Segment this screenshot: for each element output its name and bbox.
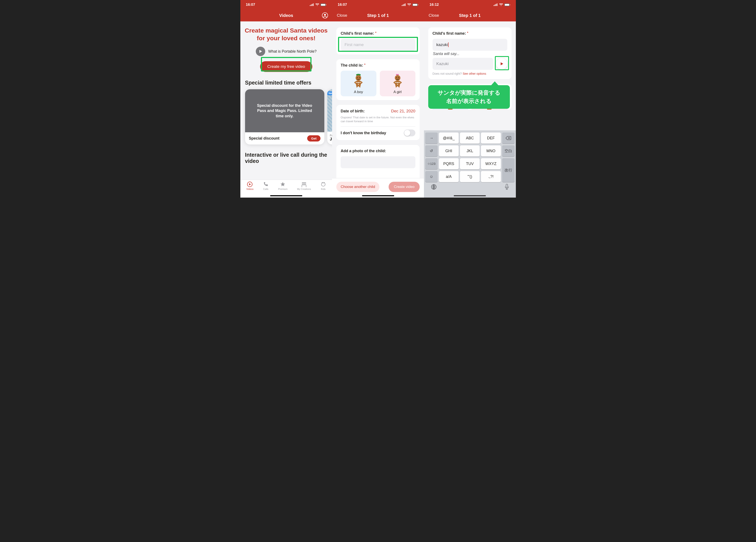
- home-indicator[interactable]: [454, 195, 486, 196]
- svg-point-27: [395, 75, 400, 81]
- peek-title: Ju: [330, 137, 332, 142]
- star-icon: [280, 182, 286, 187]
- home-indicator[interactable]: [270, 195, 302, 196]
- create-video-button[interactable]: Create video: [389, 182, 419, 192]
- svg-rect-32: [494, 5, 494, 6]
- mic-icon: [505, 184, 509, 190]
- dob-value[interactable]: Dec 21, 2020: [391, 109, 415, 114]
- profile-icon: [322, 12, 328, 19]
- key-next[interactable]: →: [425, 133, 438, 144]
- choose-another-child-button[interactable]: Choose another child: [336, 182, 379, 192]
- globe-icon: [431, 184, 437, 190]
- svg-rect-15: [404, 4, 404, 6]
- kids-icon: [320, 182, 326, 187]
- key-return[interactable]: 改行: [502, 158, 515, 182]
- svg-rect-14: [403, 4, 403, 6]
- status-bar: 16:07: [240, 0, 332, 9]
- key-undo[interactable]: ↺: [425, 145, 438, 157]
- photo-slot[interactable]: [341, 156, 415, 168]
- svg-rect-21: [356, 74, 360, 75]
- key-pqrs[interactable]: PQRS: [439, 158, 459, 169]
- highlight-box-cta: [261, 57, 311, 72]
- screen-videos: 16:07 Videos Create magical Santa videos…: [240, 0, 332, 198]
- mic-button[interactable]: [505, 184, 509, 190]
- annotation-bubble: サンタが実際に発音する 名前が表示される: [428, 85, 510, 109]
- key-ghi[interactable]: GHI: [439, 145, 459, 157]
- svg-rect-16: [405, 3, 406, 6]
- nav-bar: Close Step 1 of 1: [332, 9, 424, 21]
- new-badge: New: [327, 91, 332, 95]
- home-indicator[interactable]: [362, 195, 394, 196]
- status-bar: 16:07: [332, 0, 424, 9]
- gender-option-boy[interactable]: A boy: [341, 71, 376, 96]
- status-time: 16:07: [338, 3, 347, 7]
- peek-free-label: Free: [330, 134, 332, 137]
- key-quotes[interactable]: '"(): [460, 171, 480, 182]
- key-punct[interactable]: .,?!: [481, 171, 501, 182]
- svg-rect-42: [506, 184, 508, 188]
- offer-card[interactable]: Special discount for the Video Pass and …: [245, 89, 324, 145]
- wifi-icon: [499, 3, 503, 6]
- tab-my-creations[interactable]: My Creations: [297, 182, 311, 190]
- see-other-options-link[interactable]: See other options: [463, 72, 486, 75]
- key-abc[interactable]: ABC: [460, 133, 480, 144]
- key-emoji[interactable]: ☺: [425, 171, 438, 182]
- key-123[interactable]: ☆123: [425, 158, 438, 169]
- signal-icon: [402, 3, 406, 6]
- svg-rect-37: [505, 4, 509, 6]
- key-symbols[interactable]: @#/&_: [439, 133, 459, 144]
- svg-rect-33: [495, 4, 495, 6]
- tab-premium[interactable]: Premium: [278, 182, 287, 190]
- key-space[interactable]: 空白: [502, 145, 515, 157]
- key-mno[interactable]: MNO: [481, 145, 501, 157]
- svg-rect-12: [302, 185, 306, 187]
- gingerbread-girl-icon: [391, 74, 404, 89]
- screen-step1-filled: 16:12 Close Step 1 of 1 Child's first na…: [424, 0, 516, 198]
- dob-card: Date of birth: Dec 21, 2020 Oopsies! Tha…: [336, 105, 420, 140]
- offer-banner-text: Special discount for the Video Pass and …: [245, 89, 324, 132]
- what-is-row[interactable]: What is Portable North Pole?: [240, 45, 332, 58]
- battery-icon: [320, 3, 326, 6]
- play-button[interactable]: [256, 47, 265, 56]
- key-def[interactable]: DEF: [481, 133, 501, 144]
- offer-get-button[interactable]: Get: [307, 135, 320, 142]
- globe-button[interactable]: [431, 184, 437, 190]
- status-time: 16:07: [246, 3, 255, 7]
- dob-label: Date of birth:: [341, 109, 365, 114]
- svg-rect-11: [302, 184, 306, 184]
- close-button[interactable]: Close: [429, 9, 439, 21]
- close-button[interactable]: Close: [337, 9, 347, 21]
- svg-rect-1: [311, 4, 311, 6]
- key-wxyz[interactable]: WXYZ: [481, 158, 501, 169]
- svg-point-24: [359, 77, 360, 78]
- tab-kids[interactable]: Kids: [320, 182, 326, 190]
- page-title: Step 1 of 1: [367, 13, 389, 18]
- content-area: Child's first name: * The child is: * A …: [332, 21, 424, 198]
- gingerbread-boy-icon: [352, 74, 365, 89]
- profile-button[interactable]: [322, 9, 328, 21]
- offer-title: Special discount: [249, 136, 280, 141]
- key-backspace[interactable]: [502, 133, 515, 144]
- list-icon: [301, 182, 307, 187]
- svg-point-30: [397, 82, 398, 83]
- key-case[interactable]: a/A: [439, 171, 459, 182]
- play-circle-icon: [247, 182, 253, 187]
- svg-point-31: [397, 84, 398, 85]
- first-name-card: Child's first name: *: [336, 27, 420, 55]
- status-icons: [310, 3, 326, 6]
- key-tuv[interactable]: TUV: [460, 158, 480, 169]
- tab-videos[interactable]: Videos: [246, 182, 253, 190]
- santa-say-value: Kazuki: [433, 58, 493, 70]
- tab-calls[interactable]: Calls: [263, 182, 269, 190]
- signal-icon: [494, 3, 498, 6]
- first-name-card: Child's first name: * kazuki Santa will …: [428, 27, 512, 79]
- gender-card: The child is: * A boy A girl: [336, 59, 420, 100]
- unknown-birthday-toggle[interactable]: [404, 130, 415, 136]
- offers-carousel[interactable]: Special discount for the Video Pass and …: [240, 89, 332, 145]
- first-name-input[interactable]: kazuki: [433, 39, 507, 51]
- phone-icon: [263, 182, 269, 187]
- status-icons: [494, 3, 510, 6]
- gender-option-girl[interactable]: A girl: [380, 71, 415, 96]
- offer-card-peek[interactable]: New Free Ju: [327, 89, 332, 145]
- key-jkl[interactable]: JKL: [460, 145, 480, 157]
